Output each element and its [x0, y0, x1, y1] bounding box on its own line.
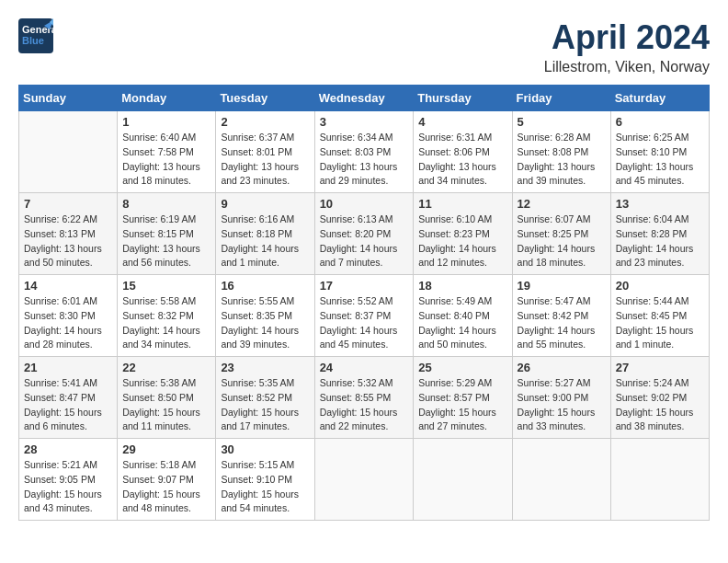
day-info: Sunrise: 5:49 AMSunset: 8:40 PMDaylight:… — [418, 294, 506, 352]
calendar-cell: 16Sunrise: 5:55 AMSunset: 8:35 PMDayligh… — [216, 275, 314, 357]
day-number: 18 — [418, 279, 506, 293]
day-info: Sunrise: 6:28 AMSunset: 8:08 PMDaylight:… — [518, 131, 606, 189]
calendar-cell: 25Sunrise: 5:29 AMSunset: 8:57 PMDayligh… — [414, 357, 512, 439]
day-number: 12 — [518, 197, 606, 211]
day-info: Sunrise: 6:25 AMSunset: 8:10 PMDaylight:… — [616, 131, 704, 189]
day-number: 29 — [122, 442, 210, 456]
day-number: 15 — [122, 279, 210, 293]
day-number: 9 — [221, 197, 309, 211]
day-number: 28 — [24, 442, 112, 456]
day-info: Sunrise: 5:41 AMSunset: 8:47 PMDaylight:… — [24, 376, 112, 434]
calendar-cell: 28Sunrise: 5:21 AMSunset: 9:05 PMDayligh… — [19, 439, 118, 521]
calendar-cell: 21Sunrise: 5:41 AMSunset: 8:47 PMDayligh… — [19, 357, 118, 439]
calendar-cell: 30Sunrise: 5:15 AMSunset: 9:10 PMDayligh… — [216, 439, 314, 521]
day-number: 11 — [418, 197, 506, 211]
calendar-cell — [610, 439, 709, 521]
day-info: Sunrise: 5:27 AMSunset: 9:00 PMDaylight:… — [518, 376, 606, 434]
title-block: April 2024 Lillestrom, Viken, Norway — [544, 18, 710, 75]
weekday-header-sunday: Sunday — [19, 86, 118, 111]
weekday-header-saturday: Saturday — [610, 86, 709, 111]
day-info: Sunrise: 6:04 AMSunset: 8:28 PMDaylight:… — [616, 213, 704, 270]
calendar-cell — [414, 439, 512, 521]
day-info: Sunrise: 6:07 AMSunset: 8:25 PMDaylight:… — [518, 213, 606, 270]
day-number: 2 — [221, 115, 309, 129]
day-info: Sunrise: 6:16 AMSunset: 8:18 PMDaylight:… — [221, 213, 309, 270]
day-number: 30 — [221, 442, 309, 456]
calendar-cell: 3Sunrise: 6:34 AMSunset: 8:03 PMDaylight… — [314, 111, 414, 193]
weekday-header-tuesday: Tuesday — [216, 86, 314, 111]
day-number: 10 — [320, 197, 409, 211]
calendar-cell: 11Sunrise: 6:10 AMSunset: 8:23 PMDayligh… — [414, 193, 512, 275]
day-number: 19 — [518, 279, 606, 293]
day-info: Sunrise: 5:58 AMSunset: 8:32 PMDaylight:… — [122, 294, 210, 352]
calendar-cell — [512, 439, 610, 521]
calendar-body: 1Sunrise: 6:40 AMSunset: 7:58 PMDaylight… — [19, 111, 710, 521]
day-number: 27 — [616, 361, 704, 374]
calendar-cell: 14Sunrise: 6:01 AMSunset: 8:30 PMDayligh… — [19, 275, 118, 357]
subtitle: Lillestrom, Viken, Norway — [544, 59, 710, 75]
calendar-cell: 29Sunrise: 5:18 AMSunset: 9:07 PMDayligh… — [118, 439, 216, 521]
day-number: 26 — [518, 361, 606, 374]
day-info: Sunrise: 6:37 AMSunset: 8:01 PMDaylight:… — [221, 131, 309, 189]
calendar-cell: 13Sunrise: 6:04 AMSunset: 8:28 PMDayligh… — [610, 193, 709, 275]
calendar-cell: 18Sunrise: 5:49 AMSunset: 8:40 PMDayligh… — [414, 275, 512, 357]
day-info: Sunrise: 6:31 AMSunset: 8:06 PMDaylight:… — [418, 131, 506, 189]
weekday-header-friday: Friday — [512, 86, 610, 111]
calendar-cell: 9Sunrise: 6:16 AMSunset: 8:18 PMDaylight… — [216, 193, 314, 275]
calendar-cell: 4Sunrise: 6:31 AMSunset: 8:06 PMDaylight… — [414, 111, 512, 193]
day-info: Sunrise: 5:52 AMSunset: 8:37 PMDaylight:… — [320, 294, 409, 352]
day-number: 6 — [616, 115, 704, 129]
day-number: 7 — [24, 197, 112, 211]
logo: General Blue — [18, 18, 53, 53]
calendar-week-5: 28Sunrise: 5:21 AMSunset: 9:05 PMDayligh… — [19, 439, 710, 521]
day-number: 4 — [418, 115, 506, 129]
calendar-cell: 23Sunrise: 5:35 AMSunset: 8:52 PMDayligh… — [216, 357, 314, 439]
calendar-cell: 1Sunrise: 6:40 AMSunset: 7:58 PMDaylight… — [118, 111, 216, 193]
logo-icon: General Blue — [18, 18, 53, 53]
day-info: Sunrise: 5:21 AMSunset: 9:05 PMDaylight:… — [24, 458, 112, 516]
weekday-header-thursday: Thursday — [414, 86, 512, 111]
calendar-cell: 6Sunrise: 6:25 AMSunset: 8:10 PMDaylight… — [610, 111, 709, 193]
calendar-cell: 24Sunrise: 5:32 AMSunset: 8:55 PMDayligh… — [314, 357, 414, 439]
day-info: Sunrise: 6:19 AMSunset: 8:15 PMDaylight:… — [122, 213, 210, 270]
day-number: 24 — [320, 361, 409, 374]
day-info: Sunrise: 5:38 AMSunset: 8:50 PMDaylight:… — [122, 376, 210, 434]
calendar-cell: 7Sunrise: 6:22 AMSunset: 8:13 PMDaylight… — [19, 193, 118, 275]
calendar-cell: 15Sunrise: 5:58 AMSunset: 8:32 PMDayligh… — [118, 275, 216, 357]
calendar-week-3: 14Sunrise: 6:01 AMSunset: 8:30 PMDayligh… — [19, 275, 710, 357]
day-number: 20 — [616, 279, 704, 293]
weekday-header-wednesday: Wednesday — [314, 86, 414, 111]
day-number: 22 — [122, 361, 210, 374]
calendar-cell: 27Sunrise: 5:24 AMSunset: 9:02 PMDayligh… — [610, 357, 709, 439]
calendar-cell: 8Sunrise: 6:19 AMSunset: 8:15 PMDaylight… — [118, 193, 216, 275]
calendar-week-4: 21Sunrise: 5:41 AMSunset: 8:47 PMDayligh… — [19, 357, 710, 439]
day-number: 25 — [418, 361, 506, 374]
day-info: Sunrise: 5:35 AMSunset: 8:52 PMDaylight:… — [221, 376, 309, 434]
calendar-cell — [314, 439, 414, 521]
day-number: 23 — [221, 361, 309, 374]
day-info: Sunrise: 6:10 AMSunset: 8:23 PMDaylight:… — [418, 213, 506, 270]
day-info: Sunrise: 5:32 AMSunset: 8:55 PMDaylight:… — [320, 376, 409, 434]
weekday-header-monday: Monday — [118, 86, 216, 111]
day-info: Sunrise: 5:24 AMSunset: 9:02 PMDaylight:… — [616, 376, 704, 434]
calendar-header: SundayMondayTuesdayWednesdayThursdayFrid… — [19, 86, 710, 111]
day-number: 17 — [320, 279, 409, 293]
day-number: 13 — [616, 197, 704, 211]
day-number: 16 — [221, 279, 309, 293]
day-info: Sunrise: 6:01 AMSunset: 8:30 PMDaylight:… — [24, 294, 112, 352]
calendar-cell: 2Sunrise: 6:37 AMSunset: 8:01 PMDaylight… — [216, 111, 314, 193]
day-info: Sunrise: 5:18 AMSunset: 9:07 PMDaylight:… — [122, 458, 210, 516]
calendar-table: SundayMondayTuesdayWednesdayThursdayFrid… — [18, 85, 710, 521]
header-row: SundayMondayTuesdayWednesdayThursdayFrid… — [19, 86, 710, 111]
calendar-week-2: 7Sunrise: 6:22 AMSunset: 8:13 PMDaylight… — [19, 193, 710, 275]
day-number: 1 — [122, 115, 210, 129]
calendar-cell: 26Sunrise: 5:27 AMSunset: 9:00 PMDayligh… — [512, 357, 610, 439]
day-info: Sunrise: 5:44 AMSunset: 8:45 PMDaylight:… — [616, 294, 704, 352]
calendar-cell: 20Sunrise: 5:44 AMSunset: 8:45 PMDayligh… — [610, 275, 709, 357]
page-header: General Blue April 2024 Lillestrom, Vike… — [18, 18, 710, 75]
day-info: Sunrise: 5:55 AMSunset: 8:35 PMDaylight:… — [221, 294, 309, 352]
calendar-cell: 5Sunrise: 6:28 AMSunset: 8:08 PMDaylight… — [512, 111, 610, 193]
day-info: Sunrise: 5:29 AMSunset: 8:57 PMDaylight:… — [418, 376, 506, 434]
calendar-cell — [19, 111, 118, 193]
day-info: Sunrise: 6:40 AMSunset: 7:58 PMDaylight:… — [122, 131, 210, 189]
